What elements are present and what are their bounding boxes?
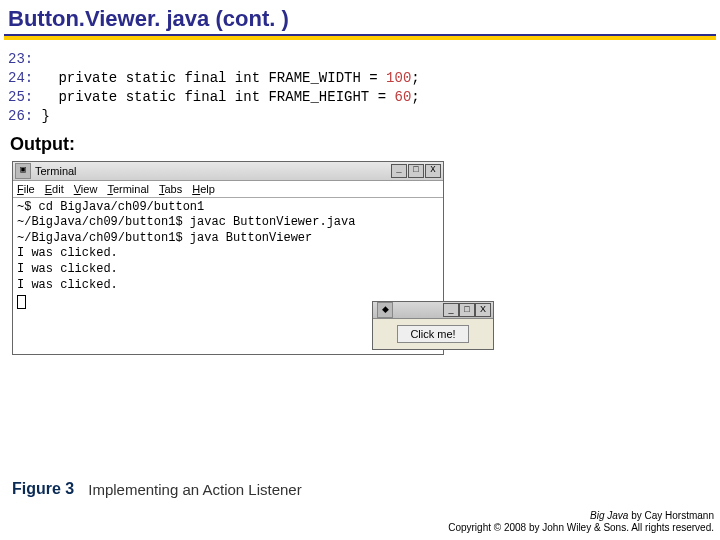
footer-line2: Copyright © 2008 by John Wiley & Sons. A… [448,522,714,534]
terminal-menubar: File Edit View Terminal Tabs Help [13,181,443,198]
terminal-line: ~/BigJava/ch09/button1$ javac ButtonView… [17,215,439,231]
java-frame-window: ◆ _ □ X Click me! [372,301,494,350]
screenshot-area: ▣ Terminal _ □ X File Edit View Terminal… [12,161,708,431]
terminal-line: I was clicked. [17,262,439,278]
java-frame-body: Click me! [373,319,493,349]
java-cup-icon: ◆ [377,302,393,318]
figure-caption: Implementing an Action Listener [88,481,301,498]
footer: Big Java by Cay Horstmann Copyright © 20… [448,510,714,534]
menu-help[interactable]: Help [192,183,215,195]
code-text: } [33,108,50,124]
accent-bar [4,36,716,40]
cursor-icon [17,295,26,309]
figure-caption-row: Figure 3 Implementing an Action Listener [12,480,302,498]
terminal-line: ~$ cd BigJava/ch09/button1 [17,200,439,216]
line-number: 24: [8,70,33,86]
code-text: ; [411,70,419,86]
menu-file[interactable]: File [17,183,35,195]
author: by Cay Horstmann [628,510,714,521]
menu-edit[interactable]: Edit [45,183,64,195]
terminal-title: Terminal [31,165,391,177]
click-me-button[interactable]: Click me! [397,325,468,343]
slide-title: Button.Viewer. java (cont. ) [0,0,720,34]
minimize-button[interactable]: _ [443,303,459,317]
menu-view[interactable]: View [74,183,98,195]
menu-tabs[interactable]: Tabs [159,183,182,195]
java-frame-titlebar: ◆ _ □ X [373,302,493,319]
code-text: private static final int FRAME_HEIGHT = [33,89,394,105]
terminal-line: I was clicked. [17,246,439,262]
terminal-line: I was clicked. [17,278,439,294]
book-title: Big Java [590,510,628,521]
code-text: private static final int FRAME_WIDTH = [33,70,386,86]
code-literal: 60 [394,89,411,105]
code-block: 23: 24: private static final int FRAME_W… [0,46,720,130]
terminal-icon: ▣ [15,163,31,179]
line-number: 25: [8,89,33,105]
line-number: 26: [8,108,33,124]
code-text: ; [411,89,419,105]
maximize-button[interactable]: □ [459,303,475,317]
terminal-titlebar: ▣ Terminal _ □ X [13,162,443,181]
close-button[interactable]: X [475,303,491,317]
output-heading: Output: [0,130,720,159]
footer-line1: Big Java by Cay Horstmann [448,510,714,522]
close-button[interactable]: X [425,164,441,178]
terminal-line: ~/BigJava/ch09/button1$ java ButtonViewe… [17,231,439,247]
minimize-button[interactable]: _ [391,164,407,178]
figure-label: Figure 3 [12,480,74,498]
code-literal: 100 [386,70,411,86]
line-number: 23: [8,51,33,67]
menu-terminal[interactable]: Terminal [107,183,149,195]
maximize-button[interactable]: □ [408,164,424,178]
